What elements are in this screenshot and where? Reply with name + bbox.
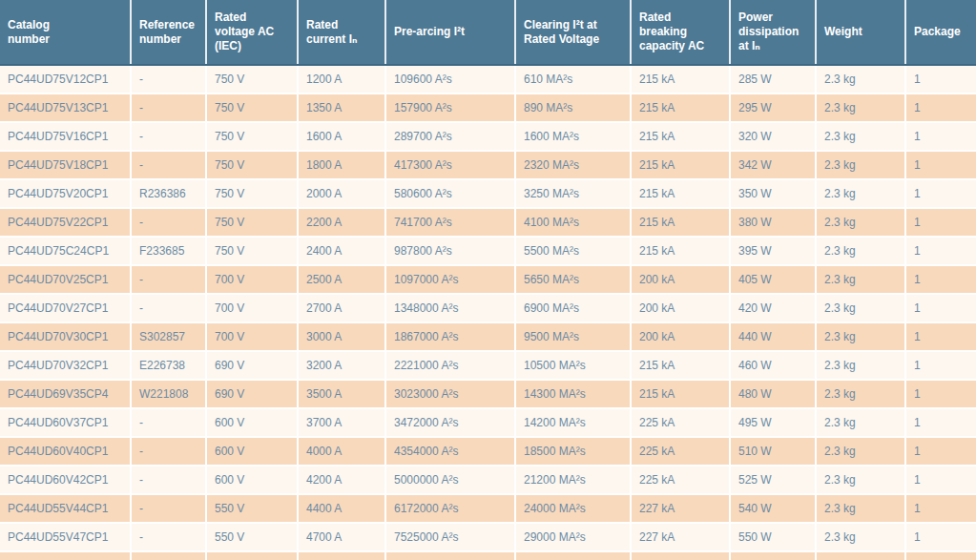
cell-package: 1 [905, 408, 976, 437]
cell-power-dissipation: 285 W [730, 65, 816, 93]
cell-rated-voltage-ac: 750 V [206, 208, 298, 237]
cell-weight: 2.3 kg [816, 265, 905, 294]
table-row: PC44UD60V37CP1-600 V3700 A3472000 A²s142… [0, 408, 976, 437]
cell-clearing-i2t: 10500 MA²s [515, 351, 631, 380]
cell-weight: 2.3 kg [816, 179, 905, 208]
cell-pre-arcing-i2t: 1867000 A²s [385, 322, 515, 351]
cell-weight: 2.3 kg [816, 551, 905, 560]
cell-catalog-number: PC44UD60V42CP1 [0, 466, 131, 494]
table-row: PC44UD55V47CP1-550 V4700 A7525000 A²s290… [0, 523, 976, 551]
cell-power-dissipation: 480 W [730, 380, 816, 408]
cell-package: 1 [905, 151, 976, 179]
cell-weight: 2.3 kg [816, 408, 905, 437]
table-row: PC44UD75V22CP1-750 V2200 A741700 A²s4100… [0, 208, 976, 237]
cell-rated-current: 3200 A [298, 351, 385, 380]
cell-pre-arcing-i2t: 1348000 A²s [385, 294, 515, 322]
table-row: PC44UD55V44CP1-550 V4400 A6172000 A²s240… [0, 494, 976, 523]
cell-weight: 2.3 kg [816, 93, 905, 122]
cell-power-dissipation: 540 W [730, 494, 816, 523]
cell-catalog-number: PC44UD75V20CP1 [0, 179, 131, 208]
cell-rated-voltage-ac: 700 V [206, 294, 298, 322]
cell-rated-voltage-ac: 700 V [206, 265, 298, 294]
cell-clearing-i2t: 2320 MA²s [515, 151, 631, 179]
cell-reference-number: - [131, 151, 206, 179]
cell-package: 1 [905, 208, 976, 237]
cell-clearing-i2t: 9500 MA²s [515, 322, 631, 351]
cell-reference-number: - [131, 437, 206, 466]
cell-rated-current: 2000 A [298, 179, 385, 208]
column-header-clearing-i2t: Clearing I²t at Rated Voltage [515, 0, 631, 65]
cell-catalog-number: PC44UD75V12CP1 [0, 65, 131, 93]
column-header-rated-current: Rated current Iₙ [298, 0, 385, 65]
cell-rated-voltage-ac: 750 V [206, 151, 298, 179]
cell-rated-current: 1600 A [298, 122, 385, 151]
cell-catalog-number: PC44UD69V35CP4 [0, 380, 131, 408]
cell-reference-number: E226738 [131, 351, 206, 380]
cell-weight: 2.3 kg [816, 237, 905, 265]
cell-catalog-number: PC44UD75C24CP1 [0, 237, 131, 265]
column-header-rated-breaking-capacity: Rated breaking capacity AC [631, 0, 730, 65]
table-body: PC44UD75V12CP1-750 V1200 A109600 A²s610 … [0, 65, 976, 560]
cell-power-dissipation: 380 W [730, 208, 816, 237]
table-row: PC44UD60V42CP1-600 V4200 A5000000 A²s212… [0, 466, 976, 494]
cell-pre-arcing-i2t: 157900 A²s [385, 93, 515, 122]
cell-rated-current: 1800 A [298, 151, 385, 179]
table-row: PC44UD75V13CP1-750 V1350 A157900 A²s890 … [0, 93, 976, 122]
table-row: PC44UD75V20CP1R236386750 V2000 A580600 A… [0, 179, 976, 208]
cell-rated-current: 1200 A [298, 65, 385, 93]
cell-rated-breaking-capacity: 215 kA [631, 351, 730, 380]
cell-power-dissipation: 420 W [730, 294, 816, 322]
cell-rated-current: 3700 A [298, 408, 385, 437]
cell-clearing-i2t: 6900 MA²s [515, 294, 631, 322]
cell-power-dissipation: 525 W [730, 466, 816, 494]
cell-reference-number: - [131, 494, 206, 523]
table-row: PC44UD69V35CP4W221808690 V3500 A3023000 … [0, 380, 976, 408]
column-header-power-dissipation: Power dissipation at Iₙ [730, 0, 816, 65]
cell-catalog-number: PC44UD60V40CP1 [0, 437, 131, 466]
cell-weight: 2.3 kg [816, 122, 905, 151]
cell-rated-current: 2500 A [298, 265, 385, 294]
cell-rated-current: 4200 A [298, 466, 385, 494]
cell-weight: 2.3 kg [816, 380, 905, 408]
cell-rated-breaking-capacity: 225 kA [631, 437, 730, 466]
cell-rated-breaking-capacity: 215 kA [631, 122, 730, 151]
cell-power-dissipation: 320 W [730, 122, 816, 151]
cell-rated-breaking-capacity: 227 kA [631, 523, 730, 551]
cell-rated-current: 4400 A [298, 494, 385, 523]
cell-rated-breaking-capacity: 215 kA [631, 93, 730, 122]
cell-catalog-number: PC44UD70V32CP1 [0, 351, 131, 380]
cell-rated-breaking-capacity: 200 kA [631, 265, 730, 294]
column-header-rated-voltage-ac: Rated voltage AC (IEC) [206, 0, 298, 65]
cell-reference-number: - [131, 551, 206, 560]
table-row: PC44UD70V32CP1E226738690 V3200 A2221000 … [0, 351, 976, 380]
table-row: PC44UD55V50CP1-550 V5000 A9644000 A²s373… [0, 551, 976, 560]
cell-pre-arcing-i2t: 4354000 A²s [385, 437, 515, 466]
cell-pre-arcing-i2t: 5000000 A²s [385, 466, 515, 494]
cell-rated-current: 3500 A [298, 380, 385, 408]
cell-rated-voltage-ac: 690 V [206, 380, 298, 408]
cell-power-dissipation: 342 W [730, 151, 816, 179]
cell-rated-voltage-ac: 600 V [206, 408, 298, 437]
cell-rated-breaking-capacity: 200 kA [631, 294, 730, 322]
cell-rated-breaking-capacity: 215 kA [631, 179, 730, 208]
cell-rated-current: 2400 A [298, 237, 385, 265]
cell-reference-number: - [131, 93, 206, 122]
cell-reference-number: S302857 [131, 322, 206, 351]
cell-rated-breaking-capacity: 200 kA [631, 322, 730, 351]
cell-rated-voltage-ac: 750 V [206, 65, 298, 93]
cell-clearing-i2t: 21200 MA²s [515, 466, 631, 494]
cell-pre-arcing-i2t: 9644000 A²s [385, 551, 515, 560]
cell-rated-current: 1350 A [298, 93, 385, 122]
cell-package: 1 [905, 294, 976, 322]
cell-reference-number: - [131, 294, 206, 322]
cell-weight: 2.3 kg [816, 151, 905, 179]
cell-reference-number: - [131, 65, 206, 93]
cell-clearing-i2t: 18500 MA²s [515, 437, 631, 466]
cell-catalog-number: PC44UD75V13CP1 [0, 93, 131, 122]
cell-rated-voltage-ac: 750 V [206, 93, 298, 122]
cell-pre-arcing-i2t: 289700 A²s [385, 122, 515, 151]
cell-reference-number: - [131, 265, 206, 294]
cell-clearing-i2t: 890 MA²s [515, 93, 631, 122]
cell-rated-breaking-capacity: 215 kA [631, 237, 730, 265]
cell-weight: 2.3 kg [816, 322, 905, 351]
